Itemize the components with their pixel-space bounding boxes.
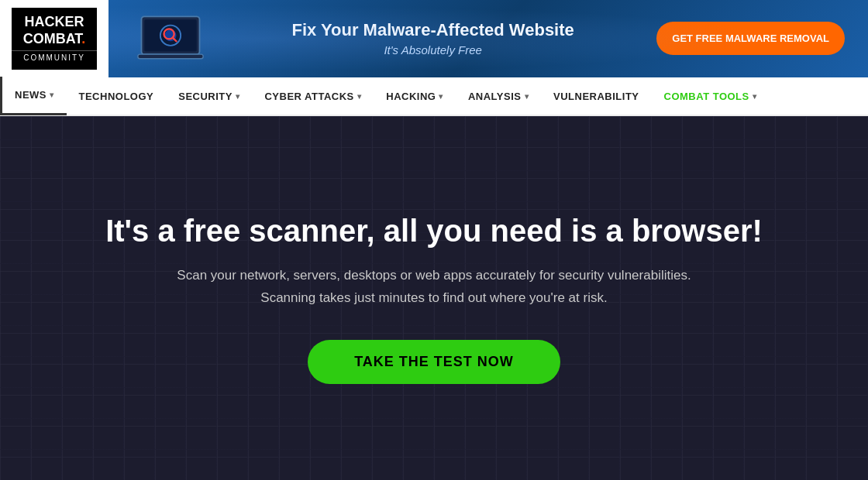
nav-label-vulnerability: VULNERABILITY [553,91,639,102]
logo-area[interactable]: HACKER COMBAT. COMMUNITY [0,0,108,77]
banner-laptop-icon [132,9,209,67]
hero-cta-button[interactable]: TAKE THE TEST NOW [308,340,560,384]
banner-subtitle: It's Absolutely Free [225,43,641,57]
nav-item-cyber-attacks[interactable]: CYBER ATTACKS ▾ [252,77,374,115]
chevron-down-icon: ▾ [525,92,529,101]
nav-label-news: NEWS [15,89,46,101]
banner-cta-button[interactable]: GET FREE MALWARE REMOVAL [656,22,845,55]
logo-community: COMMUNITY [12,50,97,63]
chevron-down-icon: ▾ [753,92,757,101]
hero-title: It's a free scanner, all you need is a b… [105,212,763,249]
nav-label-cyber-attacks: CYBER ATTACKS [264,91,353,102]
logo-text: HACKER COMBAT. [23,14,86,47]
banner-text: Fix Your Malware-Affected Website It's A… [209,20,656,57]
nav-label-analysis: ANALYSIS [468,91,522,102]
logo-line1: HACKER [24,14,84,29]
logo-line2: COMBAT [23,31,82,46]
chevron-down-icon: ▾ [236,92,240,101]
nav-item-hacking[interactable]: HACKING ▾ [374,77,456,115]
header: HACKER COMBAT. COMMUNITY Fix You [0,0,868,77]
banner-area: Fix Your Malware-Affected Website It's A… [108,0,868,77]
nav-label-technology: TECHNOLOGY [79,91,154,102]
hero-subtitle-line2: Scanning takes just minutes to find out … [260,290,607,305]
nav-label-security: SECURITY [178,91,232,102]
hero-subtitle: Scan your network, servers, desktops or … [105,265,763,310]
nav-item-technology[interactable]: TECHNOLOGY [67,77,167,115]
banner-title: Fix Your Malware-Affected Website [225,20,641,40]
nav-item-news[interactable]: NEWS ▾ [0,77,67,115]
chevron-down-icon: ▾ [439,92,443,101]
nav-label-combat-tools: COMBAT TOOLS [664,91,749,102]
svg-rect-6 [138,54,203,59]
navbar: NEWS ▾ TECHNOLOGY SECURITY ▾ CYBER ATTAC… [0,77,868,116]
nav-item-security[interactable]: SECURITY ▾ [166,77,252,115]
nav-item-combat-tools[interactable]: COMBAT TOOLS ▾ [652,77,770,115]
nav-label-hacking: HACKING [386,91,436,102]
chevron-down-icon: ▾ [50,91,54,99]
hero-section: It's a free scanner, all you need is a b… [0,116,868,480]
nav-item-vulnerability[interactable]: VULNERABILITY [541,77,652,115]
chevron-down-icon: ▾ [357,92,362,101]
logo-dot: . [81,31,85,46]
hero-subtitle-line1: Scan your network, servers, desktops or … [177,268,691,283]
hero-content: It's a free scanner, all you need is a b… [59,212,809,385]
logo-box: HACKER COMBAT. COMMUNITY [12,8,97,70]
nav-item-analysis[interactable]: ANALYSIS ▾ [456,77,541,115]
